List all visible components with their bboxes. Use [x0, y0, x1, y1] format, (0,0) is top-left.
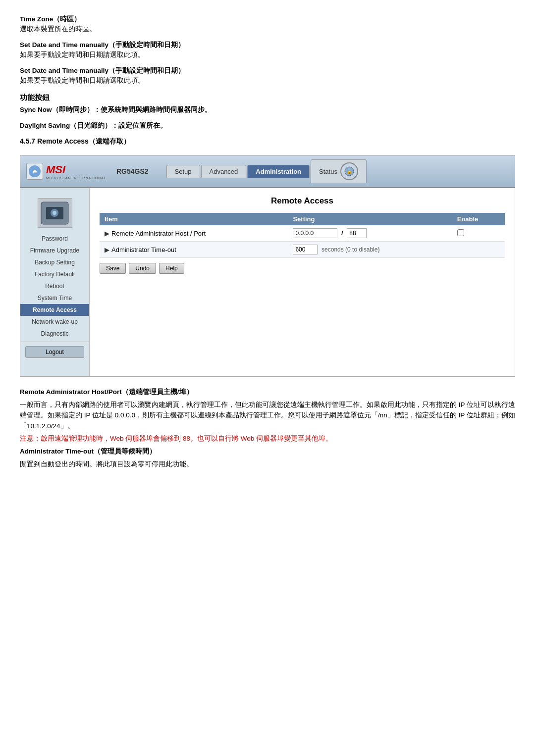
- tab-status[interactable]: Status 🔒: [311, 159, 367, 183]
- msi-text: MSI: [46, 163, 107, 176]
- timeout-title: Administrator Time-out（管理員等候時間）: [20, 448, 156, 455]
- enable-checkbox[interactable]: [457, 229, 464, 236]
- daylight-saving-section: Daylight Saving（日光節約）：設定位置所在。: [20, 121, 515, 130]
- row2-enable: [452, 242, 505, 258]
- action-buttons: Save Undo Help: [100, 263, 505, 274]
- arrow-icon-1: ▶: [105, 230, 109, 237]
- timezone-section: Time Zone（時區） 選取本裝置所在的時區。: [20, 15, 515, 34]
- row1-item: ▶Remote Administrator Host / Port: [100, 225, 288, 242]
- row2-item: ▶Administrator Time-out: [100, 242, 288, 258]
- col-enable: Enable: [452, 213, 505, 225]
- sidebar-logo-area: [20, 193, 89, 233]
- svg-text:⊕: ⊕: [33, 169, 37, 174]
- timezone-title: Time Zone（時區）: [20, 15, 81, 23]
- table-row: ▶Remote Administrator Host / Port /: [100, 225, 505, 242]
- port-separator: /: [341, 229, 343, 237]
- set-date-2-desc: 如果要手動設定時間和日期請選取此項。: [20, 76, 515, 85]
- row1-setting: /: [288, 225, 452, 242]
- sidebar-item-firmware[interactable]: Firmware Upgrade: [20, 245, 89, 256]
- tab-setup[interactable]: Setup: [166, 165, 200, 178]
- router-panel: ⊕ MSI MICROSTAR INTERNATIONAL RG54GS2 Se…: [20, 155, 515, 377]
- col-setting: Setting: [288, 213, 452, 225]
- save-button[interactable]: Save: [100, 263, 126, 274]
- host-port-desc1: 一般而言，只有內部網路的使用者可以瀏覽內建網頁，執行管理工作，但此功能可讓您從遠…: [20, 400, 515, 432]
- msi-brand: MSI MICROSTAR INTERNATIONAL: [46, 163, 107, 180]
- section-457-header: 4.5.7 Remote Access（遠端存取）: [20, 137, 515, 146]
- page-title: Remote Access: [100, 196, 505, 206]
- tab-advanced[interactable]: Advanced: [201, 165, 247, 178]
- seconds-label: seconds (0 to disable): [321, 246, 379, 253]
- sidebar-item-networkwakeup[interactable]: Network wake-up: [20, 316, 89, 328]
- sidebar-item-remoteaccess[interactable]: Remote Access: [20, 304, 89, 316]
- status-icon: 🔒: [340, 162, 358, 180]
- timezone-desc: 選取本裝置所在的時區。: [20, 25, 515, 34]
- msi-sub: MICROSTAR INTERNATIONAL: [46, 176, 107, 180]
- arrow-icon-2: ▶: [105, 246, 109, 253]
- host-input[interactable]: [293, 228, 337, 238]
- nav-tabs: Setup Advanced Administration Status 🔒: [166, 159, 367, 183]
- router-logo: ⊕ MSI MICROSTAR INTERNATIONAL: [26, 163, 107, 180]
- sync-now-text: Sync Now（即時同步）：使系統時間與網路時間伺服器同步。: [20, 105, 515, 114]
- note-red: 注意：啟用遠端管理功能時，Web 伺服器埠會偏移到 88。也可以自行將 Web …: [20, 433, 515, 444]
- main-content: Remote Access Item Setting Enable ▶Remot…: [90, 188, 515, 376]
- port-input[interactable]: [347, 228, 367, 238]
- sidebar-item-backup[interactable]: Backup Setting: [20, 256, 89, 268]
- bottom-text: Remote Administrator Host/Port（遠端管理員主機/埠…: [20, 387, 515, 469]
- svg-point-7: [53, 211, 56, 215]
- sidebar-item-diagnostic[interactable]: Diagnostic: [20, 328, 89, 340]
- settings-table: Item Setting Enable ▶Remote Administrato…: [100, 213, 505, 258]
- tab-administration[interactable]: Administration: [247, 165, 310, 178]
- sidebar-item-password[interactable]: Password: [20, 233, 89, 245]
- set-date-1-section: Set Date and Time manually（手動設定時間和日期） 如果…: [20, 41, 515, 59]
- timeout-desc: 閒置到自動登出的時間。將此項目設為零可停用此功能。: [20, 459, 515, 470]
- msi-logo-box: ⊕: [26, 163, 43, 180]
- sync-now-section: Sync Now（即時同步）：使系統時間與網路時間伺服器同步。: [20, 105, 515, 114]
- router-header: ⊕ MSI MICROSTAR INTERNATIONAL RG54GS2 Se…: [20, 155, 515, 188]
- row2-setting: seconds (0 to disable): [288, 242, 452, 258]
- daylight-saving-text: Daylight Saving（日光節約）：設定位置所在。: [20, 121, 515, 130]
- logout-button[interactable]: Logout: [25, 346, 84, 358]
- sidebar-divider: [20, 342, 89, 342]
- sidebar-item-reboot[interactable]: Reboot: [20, 280, 89, 292]
- sidebar: Password Firmware Upgrade Backup Setting…: [20, 188, 90, 376]
- set-date-2-title: Set Date and Time manually（手動設定時間和日期）: [20, 67, 185, 74]
- sidebar-logo-img: [38, 198, 72, 228]
- set-date-2-section: Set Date and Time manually（手動設定時間和日期） 如果…: [20, 66, 515, 85]
- sidebar-item-systemtime[interactable]: System Time: [20, 292, 89, 304]
- model-number: RG54GS2: [116, 167, 149, 175]
- router-body: Password Firmware Upgrade Backup Setting…: [20, 188, 515, 376]
- help-button[interactable]: Help: [159, 263, 184, 274]
- timeout-input[interactable]: [293, 245, 318, 254]
- table-row: ▶Administrator Time-out seconds (0 to di…: [100, 242, 505, 258]
- set-date-1-desc: 如果要手動設定時間和日期請選取此項。: [20, 50, 515, 59]
- undo-button[interactable]: Undo: [129, 263, 156, 274]
- svg-text:🔒: 🔒: [346, 168, 353, 175]
- host-port-title: Remote Administrator Host/Port（遠端管理員主機/埠…: [20, 388, 193, 396]
- set-date-1-title: Set Date and Time manually（手動設定時間和日期）: [20, 41, 185, 49]
- function-buttons-header: 功能按鈕: [20, 93, 515, 102]
- row1-enable: [452, 225, 505, 242]
- sidebar-item-factory[interactable]: Factory Default: [20, 268, 89, 280]
- col-item: Item: [100, 213, 288, 225]
